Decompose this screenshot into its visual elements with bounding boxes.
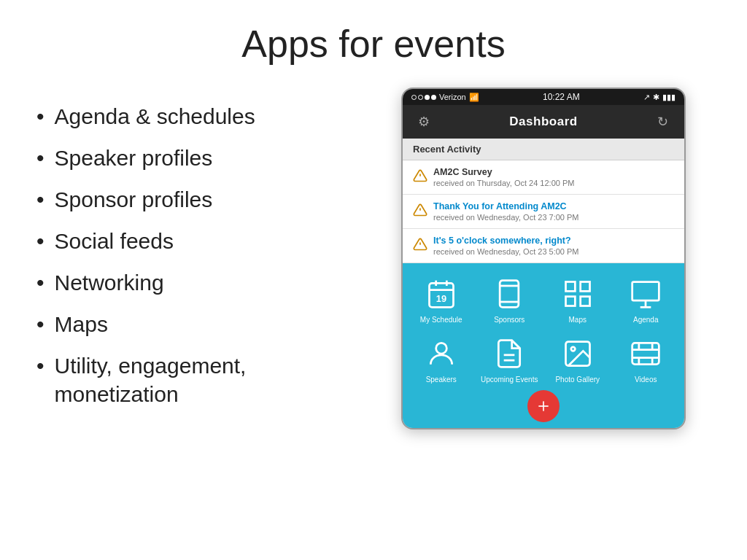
- svg-rect-15: [580, 282, 589, 292]
- red-button[interactable]: [527, 390, 560, 422]
- bluetooth-icon: ✱: [653, 93, 659, 102]
- nav-bar: ⚙ Dashboard ↻: [403, 105, 684, 139]
- app-item[interactable]: Videos: [614, 330, 679, 387]
- app-item[interactable]: Maps: [545, 271, 611, 327]
- activity-title: AM2C Survey: [433, 167, 574, 177]
- activity-title: Thank You for Attending AM2C: [433, 201, 579, 211]
- app-label: My Schedule: [420, 316, 462, 324]
- wifi-icon: 📶: [469, 93, 479, 102]
- battery-icon: ▮▮▮: [662, 93, 676, 102]
- signal-dots: [411, 95, 436, 100]
- activity-item: Thank You for Attending AM2C received on…: [403, 195, 684, 229]
- bullet-item: Utility, engagement, monetization: [36, 351, 372, 408]
- activity-list: AM2C Survey received on Thursday, Oct 24…: [403, 160, 684, 263]
- page: Apps for events Agenda & schedulesSpeake…: [0, 0, 747, 560]
- bullet-item: Networking: [36, 268, 372, 297]
- app-item[interactable]: Upcoming Events: [477, 330, 543, 387]
- svg-text:19: 19: [436, 293, 446, 304]
- activity-subtitle: received on Wednesday, Oct 23 7:00 PM: [433, 213, 579, 222]
- bullet-item: Agenda & schedules: [36, 102, 372, 131]
- app-icon-grid: [559, 275, 597, 313]
- app-icon-photo: [559, 335, 597, 373]
- activity-subtitle: received on Wednesday, Oct 23 5:00 PM: [433, 247, 579, 256]
- settings-icon[interactable]: ⚙: [413, 111, 435, 133]
- bullet-item: Maps: [36, 310, 372, 338]
- refresh-icon[interactable]: ↻: [652, 111, 674, 133]
- app-item[interactable]: Photo Gallery: [545, 330, 611, 387]
- svg-rect-34: [538, 405, 548, 407]
- activity-title: It's 5 o'clock somewhere, right?: [433, 236, 579, 246]
- app-label: Speakers: [426, 376, 457, 384]
- status-left: Verizon 📶: [411, 93, 479, 102]
- signal-icon: ↗: [643, 93, 650, 102]
- recent-activity-header: Recent Activity: [403, 139, 684, 160]
- app-grid-bottom: [409, 387, 678, 422]
- app-item[interactable]: 19 My Schedule: [409, 271, 474, 327]
- svg-point-21: [436, 343, 446, 354]
- content-row: Agenda & schedulesSpeaker profilesSponso…: [36, 88, 711, 429]
- svg-rect-11: [500, 281, 519, 308]
- svg-rect-14: [565, 282, 575, 292]
- app-label: Upcoming Events: [481, 376, 538, 384]
- activity-text: AM2C Survey received on Thursday, Oct 24…: [433, 167, 574, 187]
- svg-rect-16: [565, 297, 575, 306]
- app-icon-person: [422, 335, 460, 373]
- app-icon-calendar: 19: [422, 275, 460, 313]
- app-item[interactable]: Agenda: [614, 271, 679, 327]
- phone-mockup: Verizon 📶 10:22 AM ↗ ✱ ▮▮▮ ⚙ Dashboard ↻…: [401, 88, 686, 429]
- status-right: ↗ ✱ ▮▮▮: [643, 93, 676, 102]
- svg-rect-18: [632, 282, 659, 301]
- app-icon-presentation: [627, 275, 665, 313]
- app-grid: 19 My Schedule Sponsors Maps: [409, 271, 678, 387]
- status-time: 10:22 AM: [543, 92, 580, 102]
- app-grid-section: 19 My Schedule Sponsors Maps: [403, 263, 684, 428]
- alert-icon: [413, 203, 427, 217]
- app-icon-document: [490, 335, 528, 373]
- app-label: Photo Gallery: [555, 376, 600, 384]
- svg-point-25: [571, 347, 576, 351]
- svg-rect-17: [580, 297, 589, 306]
- page-title: Apps for events: [36, 22, 711, 66]
- nav-title: Dashboard: [509, 114, 577, 129]
- app-label: Videos: [635, 376, 657, 384]
- dot2: [418, 95, 423, 100]
- dot1: [411, 95, 417, 100]
- app-item[interactable]: Sponsors: [477, 271, 543, 327]
- dot3: [425, 95, 430, 100]
- bullet-item: Social feeds: [36, 227, 372, 255]
- app-item[interactable]: Speakers: [409, 330, 474, 387]
- svg-rect-26: [632, 343, 659, 364]
- alert-icon: [413, 168, 427, 183]
- app-label: Agenda: [633, 316, 658, 324]
- activity-text: Thank You for Attending AM2C received on…: [433, 201, 579, 222]
- app-label: Sponsors: [494, 316, 525, 324]
- activity-subtitle: received on Thursday, Oct 24 12:00 PM: [433, 179, 574, 187]
- app-icon-film: [627, 335, 665, 373]
- activity-item: It's 5 o'clock somewhere, right? receive…: [403, 229, 684, 263]
- dot4: [431, 95, 436, 100]
- bullet-item: Sponsor profiles: [36, 185, 372, 214]
- plus-icon: [536, 399, 551, 413]
- carrier-label: Verizon: [439, 93, 466, 101]
- alert-icon: [413, 237, 427, 252]
- app-icon-phone: [490, 275, 528, 313]
- bullet-list: Agenda & schedulesSpeaker profilesSponso…: [36, 102, 372, 421]
- status-bar: Verizon 📶 10:22 AM ↗ ✱ ▮▮▮: [403, 89, 684, 105]
- app-label: Maps: [569, 316, 587, 324]
- activity-item: AM2C Survey received on Thursday, Oct 24…: [403, 160, 684, 195]
- bullet-item: Speaker profiles: [36, 144, 372, 172]
- activity-text: It's 5 o'clock somewhere, right? receive…: [433, 236, 579, 256]
